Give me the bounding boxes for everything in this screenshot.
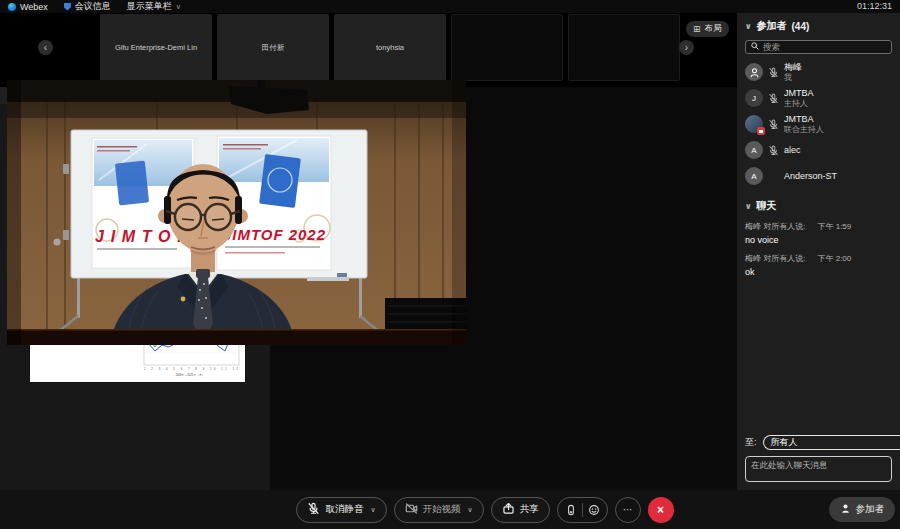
chevron-down-icon: ∨: [176, 3, 181, 11]
active-speaker-video[interactable]: JIMTOF JIMTOF 2022: [7, 80, 466, 345]
avatar: A: [745, 141, 763, 159]
share-button[interactable]: 共享: [491, 497, 550, 523]
door-handle: [54, 239, 61, 246]
avatar-video-preview: [745, 115, 763, 133]
chat-text: ok: [745, 267, 892, 277]
control-bar: 取消静音 ∨ 开始视频 ∨ 共享: [0, 490, 900, 529]
avatar: J: [745, 89, 763, 107]
close-icon: ×: [657, 503, 664, 517]
filmstrip: ‹ Gifu Enterprise-Demi Lin 田付新 tonyhsia …: [0, 13, 737, 87]
participant-row[interactable]: J JMTBA主持人: [745, 85, 892, 111]
chat-message: 梅峰 对所有人说: 下午 2:00 ok: [745, 253, 892, 277]
participant-row[interactable]: A alec: [745, 137, 892, 163]
sidebar-panel: ∨ 参加者 (44) 梅峰我 J JMTBA主持人: [737, 13, 900, 490]
svg-text:JIMTOF 2022: JIMTOF 2022: [223, 226, 326, 243]
start-video-button[interactable]: 开始视频 ∨: [394, 497, 484, 523]
avatar: [745, 63, 763, 81]
chat-time: 下午 1:59: [817, 221, 851, 232]
filmstrip-next-button[interactable]: ›: [679, 40, 694, 55]
chevron-down-icon: ∨: [745, 202, 752, 211]
person-icon: [840, 503, 851, 516]
to-label: 至:: [745, 436, 757, 449]
mic-muted-icon: [768, 119, 779, 130]
app-name: Webex: [20, 2, 48, 12]
camera-on-badge-icon: [757, 127, 765, 135]
video-thumbnail[interactable]: [451, 14, 563, 81]
participants-count: (44): [792, 21, 810, 32]
participants-section-header[interactable]: ∨ 参加者 (44): [745, 19, 892, 33]
video-thumbnail[interactable]: 田付新: [217, 14, 329, 81]
chevron-down-icon: ∨: [745, 22, 752, 31]
camera-off-icon: [405, 502, 418, 517]
webex-logo-icon: [8, 3, 16, 11]
chat-time: 下午 2:00: [817, 253, 851, 264]
grid-icon: ⊞: [693, 24, 701, 34]
svg-text:2020年～2021年（月）: 2020年～2021年（月）: [175, 373, 204, 377]
unmute-button[interactable]: 取消静音 ∨: [296, 497, 386, 523]
chat-message-input[interactable]: [745, 456, 892, 482]
video-thumbnail[interactable]: tonyhsia: [334, 14, 446, 81]
shield-icon: [64, 3, 71, 11]
record-button[interactable]: [560, 499, 582, 521]
show-menubar-menu[interactable]: 显示菜单栏 ∨: [127, 0, 181, 13]
webex-window: Webex 会议信息 显示菜单栏 ∨ 01:12:31 ‹ Gifu Enter…: [0, 0, 900, 529]
chat-text: no voice: [745, 235, 892, 245]
mic-muted-icon: [768, 93, 779, 104]
chevron-down-icon[interactable]: ∨: [468, 506, 473, 514]
chevron-left-icon: ‹: [44, 42, 47, 53]
filmstrip-prev-button[interactable]: ‹: [38, 40, 53, 55]
search-input[interactable]: [763, 42, 886, 52]
participant-row[interactable]: 梅峰我: [745, 59, 892, 85]
mic-muted-icon: [768, 145, 779, 156]
svg-text:1 2 3 4 5 6 7 8 9 10 11 12: 1 2 3 4 5 6 7 8 9 10 11 12: [144, 367, 239, 371]
layout-button[interactable]: ⊞ 布局: [686, 21, 729, 37]
share-screen-icon: [502, 502, 515, 517]
desk: [7, 330, 466, 345]
more-options-button[interactable]: ⋯: [615, 497, 641, 523]
more-icon: ⋯: [623, 504, 633, 515]
mic-muted-icon: [307, 502, 320, 517]
chat-sender: 梅峰 对所有人说:: [745, 221, 805, 232]
meeting-clock: 01:12:31: [857, 0, 892, 13]
chevron-down-icon[interactable]: ∨: [370, 506, 375, 514]
menubar: Webex 会议信息 显示菜单栏 ∨ 01:12:31: [0, 0, 900, 13]
recipient-select[interactable]: 所有人: [763, 435, 900, 450]
reactions-button[interactable]: [583, 499, 605, 521]
chat-sender: 梅峰 对所有人说:: [745, 253, 805, 264]
video-thumbnail[interactable]: [568, 14, 680, 81]
participants-panel-button[interactable]: 参加者: [829, 497, 896, 522]
chat-title: 聊天: [757, 199, 777, 213]
video-thumbnail[interactable]: Gifu Enterprise-Demi Lin: [100, 14, 212, 81]
chat-message: 梅峰 对所有人说: 下午 1:59 no voice: [745, 221, 892, 245]
participants-title: 参加者: [757, 19, 787, 33]
avatar: A: [745, 167, 763, 185]
chat-section-header[interactable]: ∨ 聊天: [745, 199, 892, 213]
meeting-info-menu[interactable]: 会议信息: [64, 0, 111, 13]
chevron-right-icon: ›: [685, 42, 688, 53]
participant-row[interactable]: JMTBA联合主持人: [745, 111, 892, 137]
participant-search[interactable]: [745, 40, 892, 54]
participant-row[interactable]: A Anderson-ST: [745, 163, 892, 189]
webex-menu[interactable]: Webex: [8, 2, 48, 12]
leave-meeting-button[interactable]: ×: [648, 497, 674, 523]
search-icon: [751, 42, 759, 52]
mic-muted-icon: [768, 67, 779, 78]
record-reactions-group: [557, 497, 608, 523]
